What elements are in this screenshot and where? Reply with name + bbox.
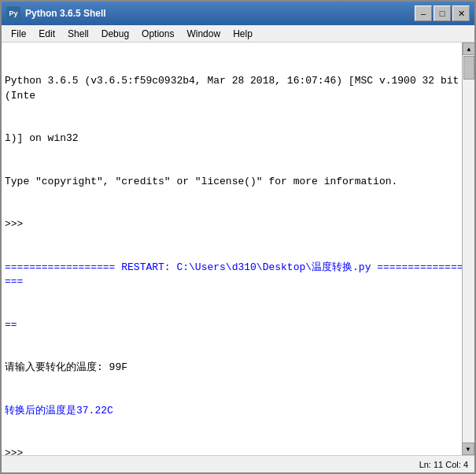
menu-edit[interactable]: Edit	[32, 27, 61, 41]
menu-debug[interactable]: Debug	[95, 27, 135, 41]
shell-line-5: ==	[5, 318, 471, 332]
menu-help[interactable]: Help	[227, 27, 259, 41]
scrollbar[interactable]: ▲ ▼	[462, 43, 474, 455]
menu-window[interactable]: Window	[180, 27, 227, 41]
scroll-down-button[interactable]: ▼	[462, 443, 474, 455]
main-window: Py Python 3.6.5 Shell – □ ✕ File Edit Sh…	[0, 0, 476, 474]
menu-shell[interactable]: Shell	[61, 27, 95, 41]
shell-line-6: 请输入要转化的温度: 99F	[5, 361, 471, 375]
status-bar: Ln: 11 Col: 4	[2, 455, 474, 472]
shell-line-3: >>>	[5, 217, 471, 231]
shell-content[interactable]: Python 3.6.5 (v3.6.5:f59c0932b4, Mar 28 …	[2, 43, 474, 455]
menu-options[interactable]: Options	[135, 27, 180, 41]
title-buttons: – □ ✕	[415, 6, 470, 21]
title-bar: Py Python 3.6.5 Shell – □ ✕	[2, 2, 474, 25]
shell-area: Python 3.6.5 (v3.6.5:f59c0932b4, Mar 28 …	[2, 43, 474, 455]
scroll-thumb[interactable]	[463, 56, 474, 80]
shell-line-8: >>>	[5, 446, 471, 455]
menu-file[interactable]: File	[5, 27, 32, 41]
maximize-button[interactable]: □	[434, 6, 451, 21]
app-icon: Py	[6, 6, 20, 20]
shell-line-4: ================== RESTART: C:\Users\d31…	[5, 261, 471, 289]
close-button[interactable]: ✕	[452, 6, 470, 21]
window-title: Python 3.6.5 Shell	[25, 8, 415, 19]
shell-line-7: 转换后的温度是37.22C	[5, 404, 471, 418]
menu-bar: File Edit Shell Debug Options Window Hel…	[2, 25, 474, 43]
scroll-up-button[interactable]: ▲	[463, 43, 474, 55]
shell-line-2: Type "copyright", "credits" or "license(…	[5, 175, 471, 189]
shell-line-1: l)] on win32	[5, 131, 471, 146]
shell-line-0: Python 3.6.5 (v3.6.5:f59c0932b4, Mar 28 …	[5, 74, 471, 102]
status-text: Ln: 11 Col: 4	[419, 460, 468, 469]
minimize-button[interactable]: –	[415, 6, 432, 21]
